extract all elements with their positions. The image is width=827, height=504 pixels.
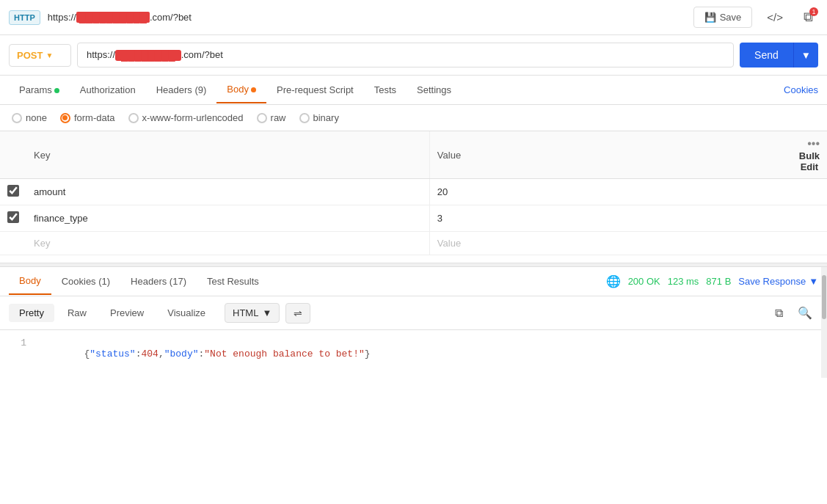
format-select[interactable]: HTML ▼	[225, 303, 280, 323]
tab-settings[interactable]: Settings	[407, 77, 462, 103]
code-button[interactable]: </>	[759, 7, 790, 28]
url-redacted: ██████████	[76, 12, 150, 23]
view-btn-pretty[interactable]: Pretty	[9, 304, 54, 322]
code-body-val: "Not enough balance to bet!"	[204, 348, 364, 359]
row2-checkbox[interactable]	[7, 211, 19, 223]
status-info: 🌐 200 OK 123 ms 871 B Save Response ▼	[606, 274, 818, 288]
tab-params[interactable]: Params	[9, 77, 70, 103]
radio-none-circle	[12, 113, 22, 123]
line-number-1: 1	[12, 337, 26, 370]
view-btn-preview[interactable]: Preview	[100, 304, 154, 322]
tab-authorization[interactable]: Authorization	[70, 77, 146, 103]
save-button[interactable]: 💾 Save	[693, 7, 753, 28]
radio-raw-circle	[257, 113, 267, 123]
response-tabs: Body Cookies (1) Headers (17) Test Resul…	[0, 267, 827, 296]
search-response-button[interactable]: 🔍	[792, 302, 818, 324]
send-button[interactable]: Send	[740, 43, 793, 67]
resp-tab-body[interactable]: Body	[9, 268, 51, 295]
row2-value-cell[interactable]: 3	[429, 205, 791, 232]
method-select[interactable]: POST ▼	[9, 44, 71, 67]
wrap-button[interactable]: ⇌	[285, 303, 310, 324]
request-tabs: Params Authorization Headers (9) Body Pr…	[0, 76, 827, 105]
tab-headers[interactable]: Headers (9)	[146, 77, 217, 103]
scrollbar[interactable]	[821, 267, 827, 378]
row2-key-cell[interactable]: finance_type	[26, 205, 429, 232]
copy-collection-button[interactable]: ⧉ 1	[798, 7, 818, 28]
url-text: https://████████.com/?bet	[87, 49, 223, 61]
radio-binary-label: binary	[313, 112, 339, 123]
cookies-button[interactable]: Cookies	[784, 84, 818, 95]
th-check	[0, 131, 26, 179]
table-row: Key Value	[0, 232, 827, 255]
code-status-key: "status"	[90, 348, 135, 359]
resp-tab-cookies[interactable]: Cookies (1)	[51, 269, 120, 294]
row3-actions-cell	[792, 232, 827, 255]
row3-check-cell	[0, 232, 26, 255]
send-dropdown-button[interactable]: ▼	[793, 43, 818, 67]
format-dropdown-icon: ▼	[262, 307, 272, 318]
tab-prerequest[interactable]: Pre-request Script	[266, 77, 364, 103]
url-redacted-input: ████████	[115, 50, 181, 61]
tab-body[interactable]: Body	[216, 76, 266, 103]
url-input-container[interactable]: https://████████.com/?bet	[77, 43, 734, 67]
row2-check-cell	[0, 205, 26, 232]
table-row: finance_type 3	[0, 205, 827, 232]
params-table-container: Key Value ••• Bulk Edit amount 20	[0, 131, 827, 255]
row1-actions-cell	[792, 179, 827, 205]
copy-response-button[interactable]: ⧉	[769, 303, 789, 324]
row3-key-cell[interactable]: Key	[26, 232, 429, 255]
radio-urlencoded-circle	[128, 113, 139, 123]
th-actions: ••• Bulk Edit	[792, 131, 827, 179]
row1-check-cell	[0, 179, 26, 205]
save-response-dropdown-icon: ▼	[809, 276, 818, 287]
resp-tab-test-results[interactable]: Test Results	[197, 269, 269, 294]
radio-raw[interactable]: raw	[257, 112, 286, 123]
save-response-label: Save Response	[738, 276, 806, 287]
view-btn-raw[interactable]: Raw	[57, 304, 97, 322]
bulk-edit-button[interactable]: Bulk Edit	[799, 150, 820, 172]
tab-tests[interactable]: Tests	[364, 77, 407, 103]
scrollbar-thumb	[822, 275, 826, 319]
th-key: Key	[26, 131, 429, 179]
radio-form-data-label: form-data	[74, 112, 115, 123]
value-placeholder: Value	[437, 238, 461, 249]
body-type-row: none form-data x-www-form-urlencoded raw…	[0, 105, 827, 131]
notification-badge: 1	[809, 7, 818, 16]
radio-urlencoded-label: x-www-form-urlencoded	[142, 112, 244, 123]
more-options-button[interactable]: •••	[807, 137, 820, 150]
radio-form-data-circle	[60, 113, 70, 123]
radio-binary[interactable]: binary	[299, 112, 339, 123]
response-size: 871 B	[706, 276, 731, 287]
view-selector: Pretty Raw Preview Visualize HTML ▼ ⇌ ⧉ …	[0, 296, 827, 330]
radio-binary-circle	[299, 113, 310, 123]
save-label: Save	[720, 12, 742, 23]
code-brace-close: }	[365, 348, 371, 359]
row3-value-cell[interactable]: Value	[429, 232, 791, 255]
resp-tab-headers[interactable]: Headers (17)	[120, 269, 197, 294]
th-value: Value	[429, 131, 791, 179]
params-dot	[54, 88, 59, 93]
url-bar: POST ▼ https://████████.com/?bet Send ▼	[0, 35, 827, 76]
response-code-area: 1 {"status":404,"body":"Not enough balan…	[0, 330, 827, 378]
row1-key-cell[interactable]: amount	[26, 179, 429, 205]
top-bar: HTTP https://██████████.com/?bet 💾 Save …	[0, 0, 827, 35]
status-ok: 200 OK	[628, 276, 660, 287]
radio-urlencoded[interactable]: x-www-form-urlencoded	[128, 112, 244, 123]
radio-none-label: none	[26, 112, 47, 123]
globe-icon: 🌐	[606, 274, 621, 288]
row1-value-cell[interactable]: 20	[429, 179, 791, 205]
row2-actions-cell	[792, 205, 827, 232]
code-body-key: "body"	[164, 348, 199, 359]
row1-checkbox[interactable]	[7, 185, 19, 197]
view-btn-visualize[interactable]: Visualize	[157, 304, 216, 322]
send-button-container: Send ▼	[740, 43, 818, 67]
top-url-display: https://██████████.com/?bet	[48, 12, 686, 23]
response-section: Body Cookies (1) Headers (17) Test Resul…	[0, 267, 827, 378]
code-status-val: 404	[141, 348, 158, 359]
method-label: POST	[17, 50, 43, 61]
radio-none[interactable]: none	[12, 112, 47, 123]
format-label: HTML	[233, 307, 258, 318]
http-badge: HTTP	[9, 10, 40, 25]
radio-form-data[interactable]: form-data	[60, 112, 115, 123]
save-response-button[interactable]: Save Response ▼	[738, 276, 818, 287]
